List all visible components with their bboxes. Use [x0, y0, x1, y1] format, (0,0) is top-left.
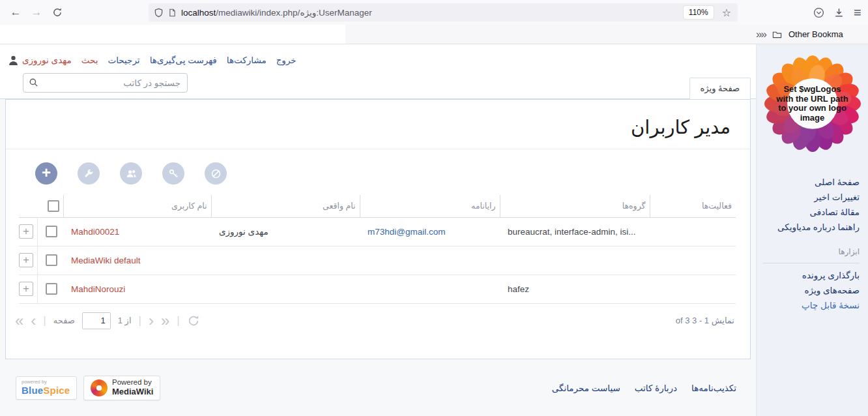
- footer: powered by BlueSpice Powered byMediaWiki…: [0, 359, 756, 416]
- header-select-all: [37, 195, 63, 217]
- privacy-link[interactable]: سیاست محرمانگی: [552, 383, 620, 393]
- user-manager-panel: مدیر کاربران +: [5, 99, 751, 359]
- toolbar-right: ≡: [813, 5, 863, 20]
- forward-button[interactable]: →: [27, 3, 46, 22]
- prev-page-button[interactable]: ‹: [31, 314, 36, 328]
- disclaimers-link[interactable]: تکذیب‌نامه‌ها: [691, 383, 736, 393]
- wiki-logo[interactable]: Set $wgLogos with the URL path to your o…: [764, 55, 861, 152]
- other-bookmarks-button[interactable]: Other Bookma: [788, 29, 843, 39]
- users-icon: [126, 168, 137, 179]
- shield-icon: [154, 8, 164, 18]
- page-label: صفحه: [53, 316, 75, 325]
- sidebar-item-upload[interactable]: بارگذاری پرونده: [802, 271, 860, 280]
- main-column: مهدی نوروزی بحث ترجیحات فهرست پی‌گیری‌ها…: [0, 44, 756, 416]
- username-cell-link[interactable]: MediaWiki default: [71, 256, 141, 265]
- mediawiki-sunflower-icon: [91, 379, 108, 396]
- add-user-button[interactable]: +: [35, 162, 57, 185]
- downloads-icon[interactable]: [833, 7, 845, 18]
- page-number-input[interactable]: [82, 312, 111, 329]
- actions-cell: [650, 275, 736, 303]
- tab-special-page[interactable]: صفحهٔ ویژه: [689, 78, 751, 99]
- preferences-link[interactable]: ترجیحات: [108, 55, 139, 65]
- menu-icon[interactable]: ≡: [854, 5, 863, 20]
- mediawiki-badge[interactable]: Powered byMediaWiki: [83, 376, 160, 400]
- bluespice-blue: Blue: [22, 385, 43, 396]
- about-link[interactable]: دربارهٔ کاتب: [635, 383, 677, 393]
- forward-icon: →: [31, 6, 42, 19]
- bluespice-spice: Spice: [43, 385, 70, 396]
- username-link[interactable]: مهدی نوروزی: [22, 55, 72, 65]
- groups-button[interactable]: [120, 162, 142, 185]
- row-checkbox[interactable]: [46, 283, 57, 295]
- table-header-row: نام کاربری نام واقعی رایانامه گروه‌ها فع…: [19, 195, 736, 217]
- user-menu[interactable]: مهدی نوروزی: [8, 55, 72, 66]
- actions-cell: [650, 246, 736, 275]
- row-expand-button[interactable]: +: [19, 282, 33, 296]
- pager-divider: |: [139, 314, 141, 327]
- folder-icon: [772, 29, 782, 39]
- watchlist-link[interactable]: فهرست پی‌گیری‌ها: [150, 55, 217, 65]
- user-icon: [8, 55, 19, 66]
- bookmark-star-icon[interactable]: ☆: [722, 7, 731, 19]
- sidebar-item-recentchanges[interactable]: تغییرات اخیر: [814, 192, 860, 202]
- plus-icon: +: [42, 165, 51, 181]
- sidebar-item-help[interactable]: راهنما درباره مدیاویکی: [777, 222, 860, 232]
- reload-button[interactable]: [48, 3, 66, 22]
- sidebar: Set $wgLogos with the URL path to your o…: [756, 44, 868, 416]
- bluespice-badge[interactable]: powered by BlueSpice: [16, 376, 77, 400]
- header-groups[interactable]: گروه‌ها: [500, 195, 650, 217]
- header-email[interactable]: رایانامه: [360, 195, 500, 217]
- page-info-icon[interactable]: [168, 8, 177, 18]
- username-cell-link[interactable]: Mahdi00021: [71, 227, 119, 237]
- search-input[interactable]: [23, 73, 188, 93]
- username-cell-link[interactable]: MahdiNorouzi: [71, 284, 125, 294]
- row-expand-button[interactable]: +: [19, 253, 33, 267]
- logout-link[interactable]: خروج: [276, 55, 297, 65]
- sidebar-item-randompage[interactable]: مقالهٔ تصادفی: [809, 207, 860, 217]
- header-username[interactable]: نام کاربری: [63, 195, 211, 217]
- contributions-link[interactable]: مشارکت‌ها: [227, 55, 267, 65]
- sidebar-item-specialpages[interactable]: صفحه‌های ویژه: [804, 286, 860, 295]
- pagination-bar: « ‹ | صفحه از 1 | › » | نمایش 1 - 3 of 3: [6, 304, 750, 329]
- table-row[interactable]: + Mahdi00021 مهدی نوروزی m73hdi@gmail.co…: [19, 217, 736, 246]
- url-text[interactable]: localhost/mediawiki/index.php/ویژه:UserM…: [181, 7, 679, 18]
- row-expand-button[interactable]: +: [19, 224, 33, 239]
- back-icon: ←: [10, 6, 22, 19]
- header-realname[interactable]: نام واقعی: [211, 195, 360, 217]
- url-bar[interactable]: localhost/mediawiki/index.php/ویژه:UserM…: [149, 3, 738, 22]
- talk-link[interactable]: بحث: [81, 55, 98, 65]
- url-host: localhost: [181, 8, 216, 18]
- grid-toolbar: +: [6, 149, 750, 185]
- zoom-level-badge[interactable]: 110%: [684, 6, 714, 19]
- next-page-button[interactable]: ›: [149, 314, 154, 328]
- sidebar-nav: صفحهٔ اصلی تغییرات اخیر مقالهٔ تصادفی را…: [757, 175, 868, 313]
- realname-cell: مهدی نوروزی: [211, 217, 360, 246]
- back-button[interactable]: ←: [7, 3, 25, 22]
- wrench-icon: [83, 168, 94, 179]
- refresh-icon[interactable]: [187, 314, 200, 327]
- bookmarks-overflow-icon[interactable]: »»: [756, 28, 766, 41]
- logo-placeholder-text: Set $wgLogos with the URL path to your o…: [775, 85, 850, 123]
- first-page-button[interactable]: «: [15, 314, 23, 328]
- sidebar-item-printable[interactable]: نسخهٔ قابل چاپ: [802, 301, 860, 310]
- block-user-button[interactable]: [205, 162, 227, 185]
- sidebar-item-mainpage[interactable]: صفحهٔ اصلی: [815, 177, 860, 187]
- table-row[interactable]: + MediaWiki default: [19, 246, 736, 275]
- last-page-button[interactable]: »: [161, 314, 169, 328]
- url-path: /mediawiki/index.php/ویژه:UserManager: [216, 8, 371, 18]
- edit-user-button[interactable]: [78, 162, 100, 185]
- select-all-checkbox[interactable]: [48, 200, 59, 212]
- pocket-icon[interactable]: [813, 7, 824, 18]
- groups-cell: hafez: [500, 275, 650, 303]
- users-table: نام کاربری نام واقعی رایانامه گروه‌ها فع…: [19, 195, 736, 304]
- row-checkbox[interactable]: [46, 254, 57, 266]
- pager-divider: |: [43, 314, 46, 327]
- row-checkbox[interactable]: [46, 226, 57, 237]
- table-row[interactable]: + MahdiNorouzi hafez: [19, 275, 736, 303]
- email-cell-link[interactable]: m73hdi@gmail.com: [368, 227, 446, 237]
- ban-icon: [210, 168, 222, 179]
- mw-powered-by: Powered by: [112, 378, 152, 386]
- page-of-label: از 1: [118, 316, 132, 325]
- password-button[interactable]: [162, 162, 184, 185]
- header-actions[interactable]: فعالیت‌ها: [650, 195, 736, 217]
